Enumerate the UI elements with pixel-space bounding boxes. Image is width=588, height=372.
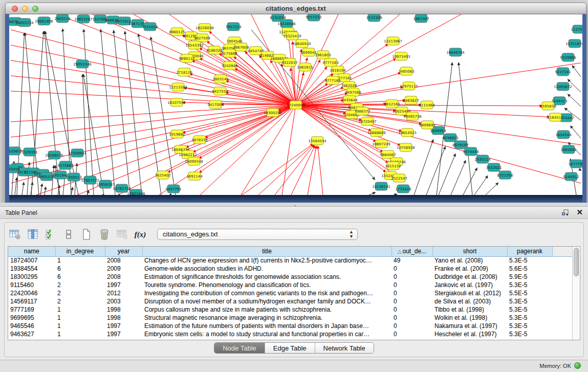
table-cell[interactable]: 2012 <box>105 289 142 297</box>
table-cell[interactable]: Tourette syndrome. Phenomenology and cla… <box>142 281 391 289</box>
graph-node[interactable]: 20206576 <box>45 151 63 159</box>
table-cell[interactable]: Corpus callosum shape and size in male p… <box>142 305 391 314</box>
table-cell[interactable]: 9699695 <box>8 314 55 322</box>
table-cell[interactable]: Dudbridge et al. (2008) <box>432 273 507 281</box>
graph-node[interactable]: 5905135 <box>38 172 54 181</box>
table-cell[interactable]: 2 <box>55 297 105 305</box>
graph-node[interactable]: 16648784 <box>446 48 465 56</box>
table-cell[interactable]: 0 <box>391 297 432 305</box>
table-cell[interactable]: 2009 <box>105 265 142 273</box>
table-cell[interactable]: Structural magnetic resonance image aver… <box>142 314 391 322</box>
graph-node[interactable]: 9457791 <box>165 185 181 193</box>
table-row[interactable]: 946362711997Embryonic stem cells: a mode… <box>8 330 572 338</box>
graph-node[interactable]: 1595838 <box>540 102 556 110</box>
graph-node[interactable]: 8938923 <box>442 134 458 142</box>
table-cell[interactable]: Franke et al. (2009) <box>432 265 507 273</box>
graph-node[interactable]: 9115460 <box>419 101 434 109</box>
table-cell[interactable]: 5.3E-5 <box>507 330 552 338</box>
graph-node[interactable]: 9322037 <box>281 58 297 67</box>
delete-table-icon[interactable] <box>98 228 111 240</box>
table-cell[interactable]: 1998 <box>105 305 142 314</box>
table-cell[interactable]: Estimation of significance thresholds fo… <box>142 273 391 281</box>
table-row[interactable]: 1830029562008Estimation of significance … <box>8 273 572 281</box>
table-cell[interactable]: 0 <box>391 314 432 322</box>
graph-node[interactable]: 1615152 <box>385 162 401 170</box>
table-cell[interactable]: 9115460 <box>8 281 55 289</box>
graph-node[interactable]: 2718126 <box>176 68 192 76</box>
graph-node[interactable]: 2522547 <box>391 174 407 182</box>
graph-node[interactable]: 1529391 <box>21 148 37 156</box>
table-cell[interactable]: 14569117 <box>8 297 55 305</box>
table-row[interactable]: 946554611997Estimation of the future num… <box>8 322 572 330</box>
table-cell[interactable]: 1 <box>55 305 105 314</box>
table-cell[interactable] <box>552 305 572 314</box>
table-cell[interactable] <box>552 265 572 273</box>
graph-node[interactable]: 9463627 <box>403 96 419 104</box>
graph-node[interactable]: 1699041 <box>300 48 316 56</box>
table-cell[interactable]: Embryonic stem cells: a model to study s… <box>142 330 391 338</box>
table-cell[interactable]: 0 <box>391 281 432 289</box>
table-cell[interactable]: 18724007 <box>8 256 55 265</box>
graph-node[interactable]: 1733426 <box>395 185 411 193</box>
table-cell[interactable] <box>552 273 572 281</box>
graph-node[interactable]: 2867608 <box>233 43 249 51</box>
table-cell[interactable]: Hescheler et al. (1997) <box>432 330 507 338</box>
table-cell[interactable] <box>552 256 572 265</box>
graph-node[interactable]: 1654544 <box>555 130 572 139</box>
table-cell[interactable]: Jankovic et al. (1997) <box>432 281 507 289</box>
graph-node[interactable]: 12213967 <box>384 37 402 45</box>
table-cell[interactable]: 5.3E-5 <box>507 305 552 314</box>
table-cell[interactable]: 0 <box>391 330 432 338</box>
table-cell[interactable] <box>552 297 572 305</box>
tab-node-table[interactable]: Node Table <box>214 343 265 353</box>
table-scrollbar[interactable] <box>572 247 580 340</box>
table-cell[interactable]: 5.5E-5 <box>507 289 552 297</box>
graph-node[interactable]: 2435644 <box>341 96 358 104</box>
graph-node[interactable]: 9497568 <box>345 88 361 96</box>
column-header-in_degree[interactable]: in_degree <box>55 247 105 256</box>
graph-node[interactable]: 1081692 <box>560 145 576 154</box>
float-panel-icon[interactable] <box>562 209 569 216</box>
graph-node[interactable]: 5878335 <box>191 136 207 144</box>
table-cell[interactable]: 6 <box>55 273 105 281</box>
table-cell[interactable]: 2008 <box>105 256 142 265</box>
table-row[interactable]: 977716911998Corpus callosum shape and si… <box>8 305 572 314</box>
table-cell[interactable]: Nakamura et al. (1997) <box>432 322 507 330</box>
column-header-filler[interactable] <box>552 247 572 256</box>
table-cell[interactable] <box>552 314 572 322</box>
table-cell[interactable]: 5.3E-5 <box>507 281 552 289</box>
table-cell[interactable]: Yano et al. (2008) <box>432 256 507 265</box>
table-cell[interactable]: Stergiakouli et al. (2012) <box>432 289 507 297</box>
citation-graph[interactable]: 1667036240557242069140624037181065328715… <box>9 14 582 195</box>
table-cell[interactable]: 2 <box>55 289 105 297</box>
graph-node[interactable]: 9329966 <box>560 53 576 61</box>
graph-node[interactable]: 1861307 <box>413 14 429 23</box>
table-cell[interactable]: 2008 <box>105 273 142 281</box>
network-canvas[interactable]: 1667036240557242069140624037181065328715… <box>9 14 582 195</box>
table-cell[interactable]: 2 <box>55 281 105 289</box>
graph-node[interactable]: 18640910 <box>293 39 311 48</box>
graph-node[interactable]: 1350513 <box>66 173 81 181</box>
table-cell[interactable] <box>552 322 572 330</box>
window-titlebar[interactable]: citations_edges.txt <box>5 3 586 14</box>
graph-node[interactable]: 7986372 <box>354 107 370 115</box>
graph-node[interactable]: 7515526 <box>142 23 158 31</box>
row-height-icon[interactable] <box>62 228 75 240</box>
graph-node[interactable]: 2403718 <box>54 14 70 23</box>
graph-node[interactable]: 12213383 <box>169 83 187 91</box>
graph-node[interactable]: 8186328 <box>206 46 222 54</box>
graph-node[interactable]: 9417004 <box>207 100 224 108</box>
tab-edge-table[interactable]: Edge Table <box>265 343 315 353</box>
graph-node[interactable]: 1164512 <box>547 113 563 121</box>
new-table-icon[interactable] <box>80 228 93 240</box>
table-cell[interactable]: Estimation of the future numbers of pati… <box>142 322 391 330</box>
table-cell[interactable]: 5.3E-5 <box>507 322 552 330</box>
table-cell[interactable]: 18300295 <box>8 273 55 281</box>
close-panel-icon[interactable]: ✕ <box>576 208 583 216</box>
graph-node[interactable]: 7957224 <box>225 23 242 31</box>
tab-network-table[interactable]: Network Table <box>315 343 374 353</box>
table-cell[interactable]: 1997 <box>105 330 142 338</box>
graph-node[interactable]: 13584554 <box>308 137 326 145</box>
graph-node[interactable]: 1961803 <box>315 51 331 59</box>
column-header-out_de...[interactable]: △out_de... <box>391 247 432 256</box>
